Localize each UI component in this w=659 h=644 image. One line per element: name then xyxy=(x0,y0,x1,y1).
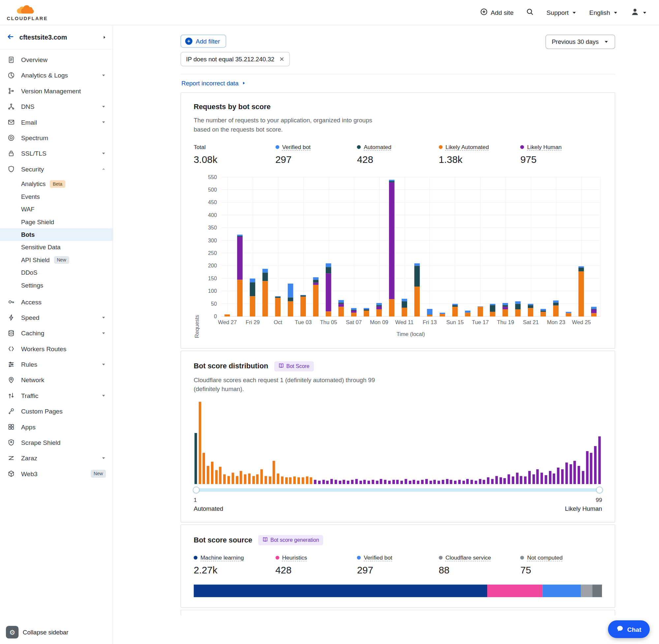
requests-bar[interactable] xyxy=(465,310,470,316)
sidebar-item-caching[interactable]: Caching xyxy=(0,325,113,341)
language-menu[interactable]: English xyxy=(589,9,618,16)
histogram-bar-score-51[interactable] xyxy=(401,481,403,484)
sidebar-item-speed[interactable]: Speed xyxy=(0,309,113,325)
chevron-down-icon[interactable] xyxy=(101,151,106,156)
histogram-bar-score-35[interactable] xyxy=(335,480,337,484)
histogram-bar-score-56[interactable] xyxy=(421,480,424,484)
histogram-bar-score-19[interactable] xyxy=(269,477,271,484)
chevron-down-icon[interactable] xyxy=(101,315,106,320)
requests-bar[interactable] xyxy=(402,298,407,316)
sidebar-item-apps[interactable]: Apps xyxy=(0,419,113,435)
slider-handle-max[interactable] xyxy=(596,487,603,493)
requests-bar[interactable] xyxy=(591,307,597,316)
sidebar-item-overview[interactable]: Overview xyxy=(0,52,113,67)
histogram-bar-score-11[interactable] xyxy=(236,476,238,484)
histogram-bar-score-61[interactable] xyxy=(442,480,444,484)
histogram-bar-score-89[interactable] xyxy=(557,467,560,484)
histogram-bar-score-91[interactable] xyxy=(565,463,568,484)
histogram-bar-score-50[interactable] xyxy=(396,480,399,484)
histogram-bar-score-77[interactable] xyxy=(508,474,510,484)
histogram-bar-score-94[interactable] xyxy=(578,466,580,484)
sidebar-item-sensitive-data[interactable]: Sensitive Data xyxy=(0,241,113,254)
histogram-bar-score-13[interactable] xyxy=(244,474,246,484)
histogram-bar-score-52[interactable] xyxy=(404,479,407,484)
histogram-bar-score-55[interactable] xyxy=(417,481,420,484)
histogram-bar-score-32[interactable] xyxy=(322,480,325,484)
chevron-down-icon[interactable] xyxy=(101,73,106,77)
histogram-bar-score-15[interactable] xyxy=(252,476,255,484)
histogram-bar-score-10[interactable] xyxy=(231,473,234,484)
histogram-bar-score-63[interactable] xyxy=(450,480,453,484)
histogram-bar-score-39[interactable] xyxy=(351,480,354,484)
histogram-bar-score-95[interactable] xyxy=(582,471,585,484)
histogram-bar-score-66[interactable] xyxy=(462,481,465,484)
sidebar-item-email[interactable]: Email xyxy=(0,114,113,130)
histogram-bar-score-38[interactable] xyxy=(347,481,349,484)
histogram-bar-score-37[interactable] xyxy=(343,480,346,484)
requests-bar[interactable] xyxy=(389,180,395,317)
histogram-bar-score-26[interactable] xyxy=(297,478,300,484)
sidebar-item-dns[interactable]: DNS xyxy=(0,98,113,114)
histogram-bar-score-53[interactable] xyxy=(409,481,411,484)
requests-bar[interactable] xyxy=(440,313,445,317)
requests-bar[interactable] xyxy=(541,309,546,316)
sidebar-item-events[interactable]: Events xyxy=(0,190,113,203)
histogram-bar-score-72[interactable] xyxy=(487,478,490,484)
histogram-bar-score-87[interactable] xyxy=(549,471,551,484)
sidebar-item-web3[interactable]: Web3New xyxy=(0,466,113,481)
histogram-bar-score-12[interactable] xyxy=(240,471,242,484)
requests-bar[interactable] xyxy=(262,269,268,316)
histogram-bar-score-98[interactable] xyxy=(594,446,597,484)
requests-bar[interactable] xyxy=(503,303,508,316)
histogram-bar-score-5[interactable] xyxy=(211,462,214,484)
requests-bar[interactable] xyxy=(351,308,357,317)
histogram-bar-score-2[interactable] xyxy=(198,401,201,484)
requests-bar[interactable] xyxy=(363,308,369,316)
sidebar-item-version-management[interactable]: Version Management xyxy=(0,83,113,98)
histogram-bar-score-16[interactable] xyxy=(256,474,259,484)
histogram-bar-score-21[interactable] xyxy=(277,473,280,484)
requests-bar[interactable] xyxy=(452,304,457,316)
sidebar-item-settings[interactable]: Settings xyxy=(0,279,113,292)
histogram-bar-score-18[interactable] xyxy=(264,476,267,484)
report-incorrect-data-link[interactable]: Report incorrect data xyxy=(181,80,246,86)
requests-bar[interactable] xyxy=(566,312,571,316)
sidebar-item-ddos[interactable]: DDoS xyxy=(0,267,113,279)
slider-handle-min[interactable] xyxy=(193,487,199,493)
histogram-bar-score-57[interactable] xyxy=(425,479,428,484)
histogram-bar-score-86[interactable] xyxy=(545,475,547,484)
histogram-bar-score-1[interactable] xyxy=(194,433,197,484)
sidebar-item-api-shield[interactable]: API ShieldNew xyxy=(0,254,113,266)
chevron-down-icon[interactable] xyxy=(101,104,106,109)
sidebar-item-security[interactable]: Security xyxy=(0,161,113,177)
histogram-bar-score-93[interactable] xyxy=(573,461,576,484)
histogram-bar-score-4[interactable] xyxy=(207,466,209,484)
chevron-right-icon[interactable] xyxy=(102,33,107,41)
chevron-down-icon[interactable] xyxy=(101,331,106,335)
histogram-bar-score-22[interactable] xyxy=(281,477,283,484)
histogram-bar-score-9[interactable] xyxy=(228,476,230,484)
histogram-bar-score-25[interactable] xyxy=(293,477,296,484)
histogram-bar-score-43[interactable] xyxy=(368,481,370,484)
requests-bar[interactable] xyxy=(490,304,495,316)
histogram-bar-score-85[interactable] xyxy=(541,473,543,484)
chevron-down-icon[interactable] xyxy=(101,362,106,367)
histogram-bar-score-69[interactable] xyxy=(475,481,477,484)
histogram-bar-score-49[interactable] xyxy=(392,480,395,484)
requests-bar[interactable] xyxy=(250,278,256,316)
histogram-bar-score-97[interactable] xyxy=(590,453,593,484)
sidebar-item-analytics-logs[interactable]: Analytics & Logs xyxy=(0,68,113,83)
requests-bar[interactable] xyxy=(515,301,521,316)
sidebar-item-workers-routes[interactable]: Workers Routes xyxy=(0,341,113,356)
close-icon[interactable] xyxy=(280,56,284,61)
histogram-bar-score-30[interactable] xyxy=(314,480,316,484)
histogram-bar-score-17[interactable] xyxy=(260,469,263,484)
histogram-bar-score-40[interactable] xyxy=(355,479,358,484)
histogram-bar-score-73[interactable] xyxy=(491,479,494,484)
histogram-bar-score-79[interactable] xyxy=(516,473,519,484)
requests-bar[interactable] xyxy=(376,303,382,316)
cloudflare-logo[interactable]: CLOUDFLARE xyxy=(6,4,47,21)
histogram-bar-score-42[interactable] xyxy=(363,480,366,484)
histogram-bar-score-78[interactable] xyxy=(512,477,514,484)
histogram-bar-score-88[interactable] xyxy=(553,473,556,484)
